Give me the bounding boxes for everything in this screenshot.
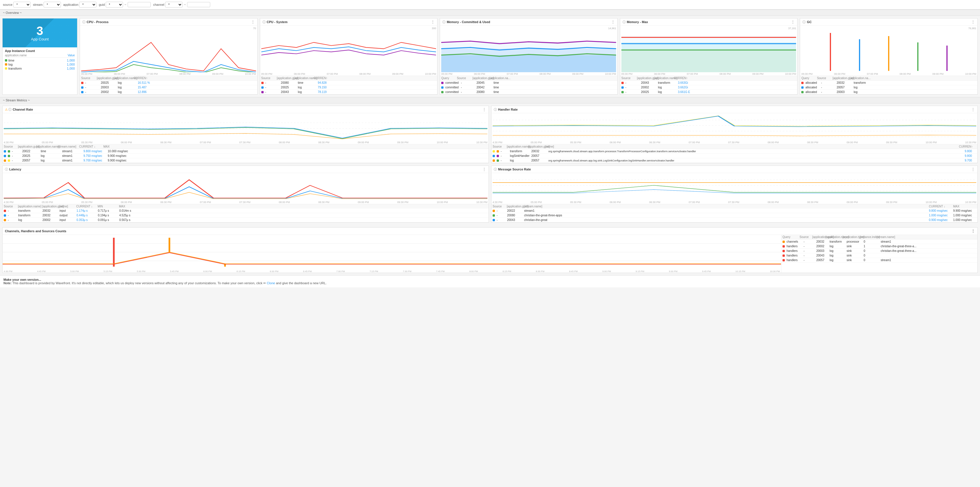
r3-guid: 20002: [101, 91, 117, 94]
memory-committed-time-axis: 05:00 PM06:00 PM07:00 PM08:00 PM09:00 PM…: [440, 72, 617, 76]
message-source-chart: [492, 173, 977, 201]
gc-svg: [801, 30, 976, 72]
channels-chart-area: 4:30 PM4:45 PM5:00 PM5:15 PM5:30 PM5:45 …: [3, 235, 781, 273]
row2-dot: [81, 86, 83, 89]
stream-metrics-content: ⚠ ⓘ Channel Rate ⋮ 4:30 PM05:00 PM05:30 …: [0, 103, 980, 227]
overview-section-header[interactable]: ~ Overview ~: [0, 10, 980, 16]
log-name: log: [8, 63, 65, 66]
sys-source-header: Source: [261, 76, 276, 80]
note-text: This dashboard is provided by Wavefront.…: [13, 281, 262, 285]
mem-row-2: committed - 20042 time: [440, 85, 617, 90]
memory-committed-panel: ⓘ Memory - Committed & Used ⋮ 14,961 05:…: [440, 18, 617, 95]
guid-op-select[interactable]: *: [106, 2, 123, 8]
r2-current: 15.487: [138, 86, 158, 89]
cpu-process-panel: ⓘ CPU - Process ⋮ 70 05:00 PM06:00 PM07:…: [80, 18, 258, 95]
handler-rate-svg: [493, 115, 976, 140]
app-count-number: 3: [37, 25, 43, 37]
message-source-menu[interactable]: ⋮: [971, 167, 975, 172]
handler-rate-menu[interactable]: ⋮: [971, 107, 975, 112]
handler-rate-panel: ⓘ Handler Rate ⋮ 4:30 PM05:00 PM05:30 PM…: [491, 106, 978, 163]
sys-row-3: - 20043 log 78.119: [260, 90, 438, 94]
ch-row-5: handlers - 20057 log sink 0 stream1: [781, 258, 977, 263]
channels-menu[interactable]: ⋮: [971, 229, 975, 233]
row1-dot: [81, 82, 83, 84]
filter-channel: channel * ~: [153, 2, 210, 8]
bottom-note: Make your own version... Note: This dash…: [0, 275, 980, 287]
memmax-row-2: - 20002 log 3.662Gi: [620, 85, 797, 90]
gc-row-2: allocated - 20057 log: [800, 85, 977, 90]
application-label: application: [63, 3, 78, 6]
sys-guid-header: [application.guid]: [277, 76, 293, 80]
memmax-row-1: - 20043 transform 3.663Gi: [620, 81, 797, 85]
app-instance-table: App Instance Count application.name Valu…: [3, 48, 77, 72]
memory-max-time-axis: 05:00 PM06:00 PM07:00 PM08:00 PM09:00 PM…: [620, 72, 797, 76]
svg-rect-2: [441, 55, 616, 73]
sys-row-1: - 20080 time 94.828: [260, 81, 438, 85]
application-select[interactable]: *: [79, 2, 97, 8]
overview-content: 3 App Count App Instance Count applicati…: [0, 16, 980, 97]
memory-committed-header: ⓘ Memory - Committed & Used ⋮: [440, 19, 617, 26]
guid-input[interactable]: [127, 2, 151, 7]
channel-rate-menu[interactable]: ⋮: [482, 107, 486, 112]
lat-row-1: - transform 20032 input 1.174μ s 0.717μ …: [3, 208, 488, 213]
msr-table: Source [application.guid] [stream.name] …: [492, 204, 977, 223]
memory-max-header: ⓘ Memory - Max ⋮: [620, 19, 797, 26]
channels-table-header: Query Source [application.guid] [applica…: [781, 235, 977, 239]
overview-label: ~ Overview ~: [3, 11, 22, 14]
latency-chart: [3, 173, 488, 201]
source-select[interactable]: *: [13, 2, 30, 8]
ch-row-3: handlers - 20003 log sink 0 christian-th…: [781, 249, 977, 253]
ch-row-4: handlers - 20043 log sink 0: [781, 253, 977, 258]
stream-select[interactable]: *: [44, 2, 61, 8]
app-count-panel: 3 App Count App Instance Count applicati…: [2, 18, 77, 95]
row3-dot: [81, 91, 83, 93]
latency-table-header: Source [application.name] [application.g…: [3, 204, 488, 208]
info-icon-latency: ⓘ: [5, 167, 8, 172]
memmax-header: Source [application.guid] [application.n…: [620, 76, 797, 81]
info-icon-cpu-sys: ⓘ: [262, 20, 266, 24]
time-dot: [5, 59, 7, 62]
memory-max-chart-area: 37,161: [620, 26, 797, 72]
memory-max-svg: [621, 30, 796, 72]
cr-table-header: Source [application.guid] [application.n…: [3, 145, 488, 149]
cpu-process-menu[interactable]: ⋮: [251, 20, 255, 24]
filter-application: application *: [63, 2, 97, 8]
memory-committed-menu[interactable]: ⋮: [611, 20, 615, 24]
cpu-row-1: - 20025 log 16.511 %: [80, 81, 257, 85]
cpu-system-time-axis: 05:00 PM06:00 PM07:00 PM08:00 PM09:00 PM…: [260, 72, 438, 76]
cpu-process-chart-area: 70: [80, 26, 257, 72]
source-label: source: [3, 3, 13, 6]
handler-rate-chart: [492, 113, 977, 141]
gc-menu[interactable]: ⋮: [971, 20, 975, 24]
cpu-system-menu[interactable]: ⋮: [431, 20, 435, 24]
cr-row-2: - 20025 log stream1 9.750 msg/sec 9.900 …: [3, 154, 488, 158]
channels-panel: Channels, Handlers and Sources Counts ⋮ …: [2, 227, 978, 273]
app-count-text: App Count: [31, 37, 49, 41]
latency-menu[interactable]: ⋮: [482, 167, 486, 172]
guid-op: ~: [124, 3, 127, 6]
latency-time: 4:30 PM05:00 PM05:30 PM06:00 PM06:30 PM0…: [3, 201, 488, 204]
hr-table-header: Source [application.name] [application.g…: [492, 145, 977, 149]
clone-link[interactable]: Clone: [267, 281, 275, 285]
channel-input[interactable]: [187, 2, 210, 7]
cpu-process-title: CPU - Process: [87, 20, 108, 24]
r1-source: -: [85, 81, 100, 84]
time-value: 1,000: [67, 59, 75, 62]
stream-metrics-header[interactable]: ~ Stream Metrics ~: [0, 97, 980, 103]
memory-max-menu[interactable]: ⋮: [791, 20, 795, 24]
sys-row-2: - 20025 log 79.150: [260, 85, 438, 90]
gc-header: ⓘ GC ⋮: [800, 19, 977, 26]
gc-time-axis: 05:00 PM06:00 PM07:00 PM08:00 PM09:00 PM…: [800, 72, 977, 76]
cr-row-1: - 20022 time stream1 9.800 msg/sec 10.00…: [3, 149, 488, 154]
message-source-title: Message Source Rate: [498, 167, 531, 171]
cpu-process-svg: [81, 30, 256, 72]
sys-r2-dot: [261, 86, 264, 89]
memory-committed-chart-area: 14,961: [440, 26, 617, 72]
instance-row-transform: transform 1,000: [5, 67, 75, 70]
channel-rate-table: Source [application.guid] [application.n…: [3, 144, 488, 163]
gc-row-1: allocated - 20032 transform: [800, 81, 977, 85]
channel-rate-time: 4:30 PM05:00 PM05:30 PM06:00 PM06:30 PM0…: [3, 141, 488, 144]
channel-op-select[interactable]: *: [165, 2, 183, 8]
instance-title: App Instance Count: [5, 49, 75, 53]
channels-header: Channels, Handlers and Sources Counts ⋮: [3, 228, 977, 235]
